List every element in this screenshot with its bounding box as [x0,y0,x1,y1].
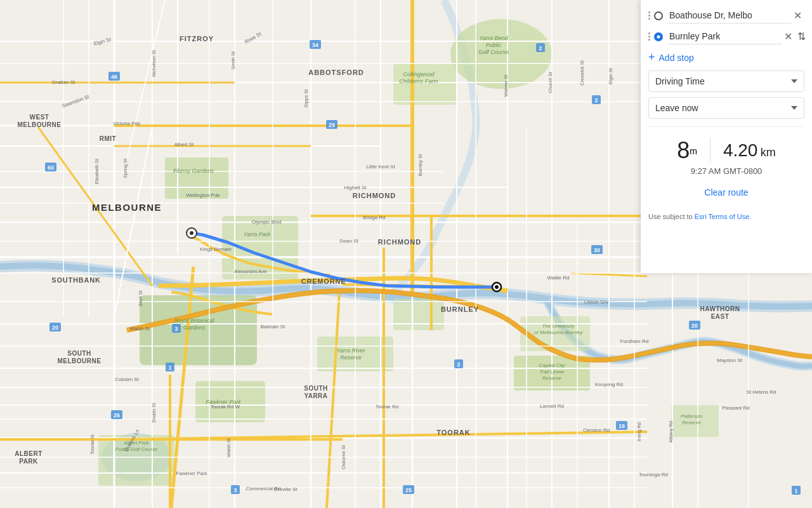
svg-text:Golf Course: Golf Course [478,49,509,55]
terms-link[interactable]: Esri Terms of Use. [695,213,752,220]
svg-text:Irving Rd: Irving Rd [636,422,642,441]
svg-text:Tooronga Rd: Tooronga Rd [639,472,668,478]
svg-text:Pleasant Rd: Pleasant Rd [722,405,750,411]
svg-text:Toorak Rd: Toorak Rd [376,404,398,410]
svg-text:2: 2 [594,97,598,104]
svg-text:Church St: Church St [547,71,553,93]
svg-text:3: 3 [233,487,237,493]
svg-text:Fitzroy Gardens: Fitzroy Gardens [173,168,214,174]
svg-text:Kooyong Rd: Kooyong Rd [595,382,623,387]
destination-clear-button[interactable]: ✕ [782,29,795,44]
svg-text:Clendon Rd: Clendon Rd [583,427,610,433]
svg-text:Gipps St: Gipps St [303,89,309,108]
svg-text:Wellington Pde: Wellington Pde [186,192,220,198]
svg-text:PARK: PARK [19,458,38,465]
svg-text:Osborne St: Osborne St [341,444,346,469]
svg-rect-7 [393,298,444,330]
origin-clear-button[interactable]: ✕ [791,8,804,23]
svg-text:25: 25 [405,487,412,493]
svg-text:The University: The University [542,323,575,329]
svg-text:Albert St: Albert St [174,142,194,147]
svg-text:BURNLEY: BURNLEY [441,305,479,313]
svg-text:Sturt St: Sturt St [138,290,143,307]
svg-text:Walsh St: Walsh St [226,438,232,457]
svg-text:2: 2 [457,361,460,368]
svg-text:Alexandra Ave: Alexandra Ave [234,269,267,274]
svg-text:SOUTH: SOUTH [304,385,328,392]
svg-text:EAST: EAST [711,313,730,320]
svg-text:Smith St: Smith St [230,51,236,69]
svg-text:20: 20 [691,323,698,329]
destination-input[interactable] [668,29,782,44]
svg-text:Kings Domain: Kings Domain [200,246,232,252]
svg-text:TOORAK: TOORAK [436,429,470,436]
clear-route-button[interactable]: Clear route [648,184,804,201]
add-stop-row[interactable]: + Add stop [648,51,804,64]
svg-text:Elgin St: Elgin St [608,67,613,84]
svg-text:Highett St: Highett St [344,185,367,190]
origin-row: ✕ [648,8,804,23]
svg-text:Yarra River: Yarra River [337,347,366,354]
route-time-value: 8 [677,137,690,163]
destination-drag-handle[interactable] [648,32,650,41]
divider-1 [648,126,804,127]
route-summary-divider [710,138,710,163]
svg-text:Elizabeth St: Elizabeth St [94,158,100,184]
add-stop-icon: + [648,51,655,64]
svg-text:Mayston St: Mayston St [717,358,743,363]
svg-text:Bridge Rd: Bridge Rd [363,215,386,220]
svg-text:Yarra Park: Yarra Park [244,231,271,237]
terms-text: Use subject to [648,213,695,220]
destination-row: ✕ ⇅ [648,29,804,44]
origin-icon [654,11,663,20]
origin-input[interactable] [668,8,791,23]
svg-text:SOUTH: SOUTH [67,350,91,357]
svg-text:RICHMOND: RICHMOND [353,192,396,199]
leave-now-dropdown-row: Leave now Depart at Arrive by [648,97,804,119]
route-summary: 8m 4.20 km [648,137,804,164]
svg-point-81 [190,231,193,235]
svg-text:Yarra Bend: Yarra Bend [480,35,509,41]
leave-now-select[interactable]: Leave now Depart at Arrive by [648,97,804,119]
svg-text:of Melbourne-Burnley: of Melbourne-Burnley [534,330,583,335]
svg-text:Royal Botanical: Royal Botanical [174,318,215,324]
route-time-unit: m [690,146,697,156]
svg-text:HAWTHORN: HAWTHORN [700,305,740,312]
svg-text:CREMORNE: CREMORNE [301,277,346,285]
svg-text:1: 1 [794,488,797,494]
svg-text:RMIT: RMIT [100,135,116,142]
terms-row: Use subject to Esri Terms of Use. [648,211,804,222]
svg-text:Capital City: Capital City [539,363,566,368]
svg-text:26: 26 [114,412,120,418]
svg-text:Walsh St: Walsh St [129,326,150,331]
origin-drag-handle[interactable] [648,11,650,20]
svg-text:3: 3 [174,326,178,332]
svg-text:Walmer St: Walmer St [503,74,509,97]
svg-text:Gardens: Gardens [183,324,206,331]
svg-text:Creswick St: Creswick St [579,60,585,86]
svg-text:Swan St: Swan St [339,238,359,244]
svg-text:Victoria Pde: Victoria Pde [114,121,141,126]
svg-text:Dodds St: Dodds St [151,403,157,423]
svg-text:1: 1 [168,364,171,371]
svg-text:Grattan St: Grattan St [52,79,75,85]
svg-text:Balmain St: Balmain St [261,324,285,330]
route-time-block: 8m [677,137,697,164]
svg-text:ALBERT: ALBERT [15,450,43,457]
svg-text:RICHMOND: RICHMOND [378,238,422,246]
svg-text:FITZROY: FITZROY [180,35,214,43]
svg-text:Toorak Rd W: Toorak Rd W [211,404,240,410]
svg-text:WEST: WEST [30,114,49,121]
route-distance-value: 4.20 [723,140,758,160]
svg-text:29: 29 [329,122,335,128]
svg-text:Toorak St: Toorak St [89,434,95,455]
svg-text:MELBOURNE: MELBOURNE [18,121,62,128]
svg-text:Spring St: Spring St [122,158,128,178]
eta-value: 9:27 AM GMT-0800 [691,166,763,176]
svg-text:MELBOURNE: MELBOURNE [92,202,162,213]
svg-text:ABBOTSFORD: ABBOTSFORD [308,69,364,76]
svg-text:30: 30 [594,247,600,253]
swap-directions-button[interactable]: ⇅ [795,29,808,44]
driving-time-select[interactable]: Driving Time Walking Time Cycling Time [648,70,804,92]
svg-text:Reserve: Reserve [340,354,362,361]
